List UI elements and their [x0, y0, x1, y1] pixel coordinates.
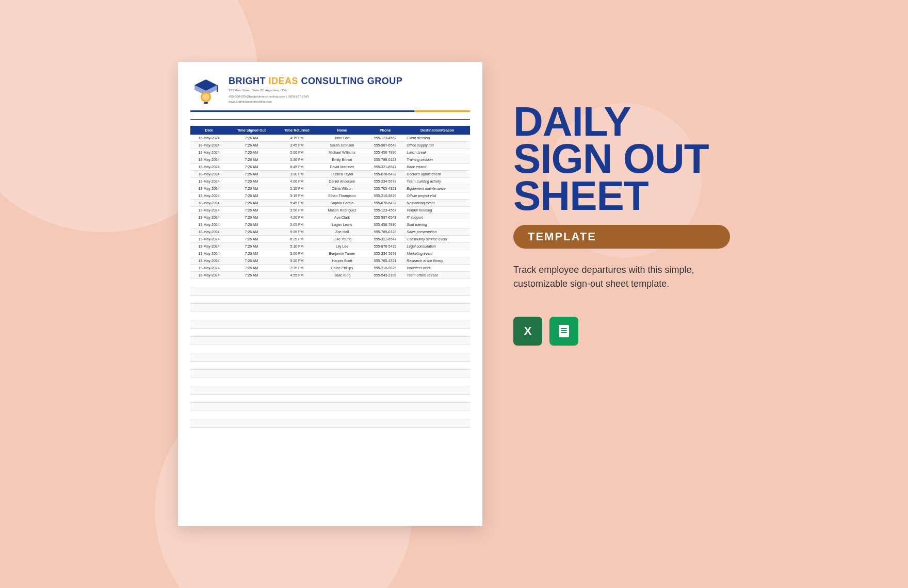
empty-row	[190, 345, 470, 353]
table-cell: 13-May-2024	[190, 149, 228, 156]
table-cell: 555-321-6547	[366, 164, 404, 171]
sign-out-table: Date Time Signed Out Time Returned Name …	[190, 126, 470, 428]
empty-row	[190, 370, 470, 378]
title-line-daily: DAILY	[513, 103, 730, 140]
table-cell: 13-May-2024	[190, 265, 228, 272]
table-cell: 7:26 AM	[228, 192, 275, 200]
table-cell: 555-210-9876	[366, 192, 404, 200]
table-cell: 13-May-2024	[190, 243, 228, 250]
table-cell: 6:25 PM	[275, 236, 318, 243]
table-cell: Lunch break	[404, 149, 470, 156]
empty-row	[190, 353, 470, 362]
table-row: 13-May-20247:26 AM3:30 PMJessica Taylor5…	[190, 171, 470, 178]
company-info: BRIGHT IDEAS CONSULTING GROUP 123 Main S…	[229, 76, 470, 103]
table-cell: 13-May-2024	[190, 164, 228, 171]
table-cell: Sales presentation	[404, 228, 470, 236]
title-daily: DAILY SIGN OUT SHEET	[513, 103, 730, 215]
company-website: www.brightideasconsulting.com	[229, 100, 470, 103]
table-cell: 5:20 PM	[275, 257, 318, 265]
col-destination: Destination/Reason	[404, 126, 470, 135]
table-cell: 555-456-7890	[366, 221, 404, 228]
col-time-out: Time Signed Out	[228, 126, 275, 135]
document-panel: BRIGHT IDEAS CONSULTING GROUP 123 Main S…	[178, 62, 482, 526]
table-cell: 555-321-6547	[366, 236, 404, 243]
table-cell: 7:26 AM	[228, 171, 275, 178]
table-cell: 5:45 PM	[275, 200, 318, 207]
empty-row	[190, 419, 470, 428]
title-line-sheet: SHEET	[513, 177, 730, 215]
table-cell: 555-678-5432	[366, 200, 404, 207]
table-cell: Harper Scott	[318, 257, 366, 265]
empty-row	[190, 362, 470, 370]
table-cell: 7:26 AM	[228, 221, 275, 228]
table-cell: David Martinez	[318, 164, 366, 171]
table-cell: Training session	[404, 156, 470, 164]
table-cell: 5:00 PM	[275, 149, 318, 156]
header-divider-thick	[190, 110, 470, 112]
table-cell: John Doe	[318, 135, 366, 142]
table-row: 13-May-20247:26 AM4:55 PMIsaac King555-5…	[190, 272, 470, 279]
table-cell: 3:15 PM	[275, 192, 318, 200]
excel-label: X	[524, 324, 532, 338]
table-row: 13-May-20247:26 AM5:35 PMZoe Hall555-789…	[190, 228, 470, 236]
table-cell: Logan Lewis	[318, 221, 366, 228]
table-cell: 7:26 AM	[228, 257, 275, 265]
name-bright: BRIGHT	[229, 76, 269, 86]
table-cell: Vendor meeting	[404, 207, 470, 214]
table-cell: 7:26 AM	[228, 135, 275, 142]
table-cell: Team offsite retreat	[404, 272, 470, 279]
table-cell: Legal consultation	[404, 243, 470, 250]
table-row: 13-May-20247:26 AM3:50 PMMason Rodriguez…	[190, 207, 470, 214]
table-cell: 13-May-2024	[190, 236, 228, 243]
table-cell: 4:15 PM	[275, 135, 318, 142]
company-name: BRIGHT IDEAS CONSULTING GROUP	[229, 76, 470, 87]
table-cell: 7:26 AM	[228, 250, 275, 257]
empty-row	[190, 411, 470, 419]
app-icons-container: X	[513, 317, 730, 346]
table-cell: 3:45 PM	[275, 142, 318, 149]
table-cell: Sophia Garcia	[318, 200, 366, 207]
template-badge: TEMPLATE	[513, 225, 730, 249]
table-cell: 555-876-5432	[366, 171, 404, 178]
table-header: Date Time Signed Out Time Returned Name …	[190, 126, 470, 135]
table-cell: 5:30 PM	[275, 156, 318, 164]
empty-row	[190, 337, 470, 345]
table-cell: 555-876-5432	[366, 243, 404, 250]
table-cell: 13-May-2024	[190, 250, 228, 257]
right-panel: DAILY SIGN OUT SHEET TEMPLATE Track empl…	[513, 62, 730, 346]
table-row: 13-May-20247:26 AM3:15 PMEthan Thompson5…	[190, 192, 470, 200]
table-cell: Ava Clark	[318, 214, 366, 221]
table-cell: 555-765-4321	[366, 185, 404, 192]
table-cell: Community service event	[404, 236, 470, 243]
table-cell: 555-543-2109	[366, 272, 404, 279]
table-cell: 13-May-2024	[190, 257, 228, 265]
table-cell: 7:26 AM	[228, 149, 275, 156]
table-cell: 2:35 PM	[275, 265, 318, 272]
table-cell: 7:26 AM	[228, 243, 275, 250]
table-cell: 13-May-2024	[190, 200, 228, 207]
table-cell: 5:15 PM	[275, 185, 318, 192]
company-address: 123 Main Street, Suite 20, Anywhere, USA	[229, 88, 470, 93]
table-cell: Isaac King	[318, 272, 366, 279]
empty-row	[190, 395, 470, 403]
table-header-row: Date Time Signed Out Time Returned Name …	[190, 126, 470, 135]
table-cell: Team building activity	[404, 178, 470, 185]
table-row: 13-May-20247:26 AM5:45 PMSophia Garcia55…	[190, 200, 470, 207]
table-cell: 3:30 PM	[275, 171, 318, 178]
table-cell: 7:26 AM	[228, 236, 275, 243]
table-body: 13-May-20247:26 AM4:15 PMJohn Doe555-123…	[190, 135, 470, 428]
empty-row	[190, 279, 470, 287]
header-divider-thin	[190, 119, 470, 120]
table-cell: 13-May-2024	[190, 185, 228, 192]
table-cell: 13-May-2024	[190, 272, 228, 279]
name-ideas: IDEAS	[269, 76, 299, 86]
main-container: BRIGHT IDEAS CONSULTING GROUP 123 Main S…	[157, 41, 751, 547]
table-cell: 5:10 PM	[275, 243, 318, 250]
table-cell: Benjamin Turner	[318, 250, 366, 257]
col-phone: Phone	[366, 126, 404, 135]
table-row: 13-May-20247:26 AM5:15 PMOlivia Wilson55…	[190, 185, 470, 192]
table-row: 13-May-20247:26 AM4:15 PMJohn Doe555-123…	[190, 135, 470, 142]
svg-point-4	[202, 93, 209, 101]
table-cell: 7:26 AM	[228, 207, 275, 214]
table-cell: 6:45 PM	[275, 164, 318, 171]
